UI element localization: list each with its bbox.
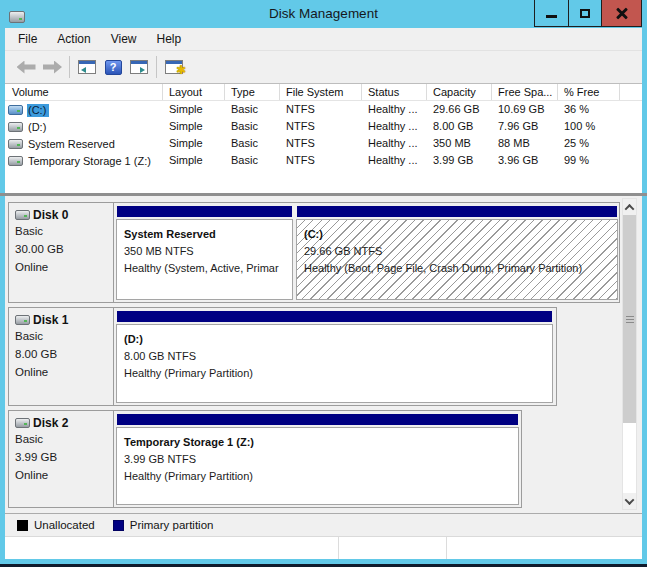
- disk-0-partitions: System Reserved 350 MB NTFS Healthy (Sys…: [114, 203, 620, 302]
- pct-free-cell: 25 %: [558, 135, 620, 152]
- graphical-view-pane: Disk 0 Basic 30.00 GB Online System Rese…: [5, 196, 642, 513]
- volume-row-temporary-storage[interactable]: Temporary Storage 1 (Z:) Simple Basic NT…: [5, 152, 642, 169]
- forward-button[interactable]: [39, 54, 65, 80]
- volume-name-cell: Temporary Storage 1 (Z:): [5, 152, 163, 169]
- legend-label-unallocated: Unallocated: [34, 519, 95, 531]
- disk-icon: [15, 315, 30, 325]
- scrollbar-thumb[interactable]: [623, 215, 636, 423]
- column-header-file-system[interactable]: File System: [280, 84, 362, 100]
- partition-d[interactable]: (D:) 8.00 GB NTFS Healthy (Primary Parti…: [116, 310, 553, 403]
- partition-title: System Reserved: [124, 226, 290, 243]
- menu-view[interactable]: View: [101, 29, 147, 49]
- back-button[interactable]: [13, 54, 39, 80]
- free-space-cell: 10.69 GB: [492, 101, 558, 118]
- disk-status: Online: [15, 258, 113, 276]
- volume-row-system-reserved[interactable]: System Reserved Simple Basic NTFS Health…: [5, 135, 642, 152]
- chevron-up-icon: [625, 203, 635, 213]
- menu-bar: File Action View Help: [5, 28, 642, 50]
- disk-2-partitions: Temporary Storage 1 (Z:) 3.99 GB NTFS He…: [114, 411, 521, 507]
- partition-status: Healthy (System, Active, Primar: [124, 260, 290, 277]
- show-console-tree-button[interactable]: [74, 54, 100, 80]
- help-button[interactable]: ?: [100, 54, 126, 80]
- partition-c-selected[interactable]: (C:) 29.66 GB NTFS Healthy (Boot, Page F…: [296, 205, 618, 300]
- disk-0-label[interactable]: Disk 0 Basic 30.00 GB Online: [9, 203, 114, 302]
- disk-1-partitions: (D:) 8.00 GB NTFS Healthy (Primary Parti…: [114, 308, 556, 405]
- column-header-volume[interactable]: Volume: [5, 84, 163, 100]
- layout-cell: Simple: [163, 101, 225, 118]
- column-header-free-space[interactable]: Free Spa...: [492, 84, 558, 100]
- column-header-type[interactable]: Type: [225, 84, 280, 100]
- partition-color-bar: [297, 206, 617, 217]
- status-cell: Healthy ...: [362, 152, 427, 169]
- partition-title: (C:): [304, 226, 615, 243]
- disk-name: Disk 2: [33, 416, 68, 430]
- primary-partition-color-swatch: [113, 520, 124, 531]
- status-bar-separator: [446, 537, 447, 559]
- disk-2-label[interactable]: Disk 2 Basic 3.99 GB Online: [9, 411, 114, 507]
- status-cell: Healthy ...: [362, 101, 427, 118]
- disk-1-region: Disk 1 Basic 8.00 GB Online (D:) 8.00 GB…: [8, 307, 557, 406]
- close-icon: [615, 6, 629, 20]
- column-header-capacity[interactable]: Capacity: [427, 84, 492, 100]
- partition-color-bar: [117, 311, 552, 322]
- disk-1-label[interactable]: Disk 1 Basic 8.00 GB Online: [9, 308, 114, 405]
- pct-free-cell: 36 %: [558, 101, 620, 118]
- partition-body: (D:) 8.00 GB NTFS Healthy (Primary Parti…: [116, 324, 553, 403]
- vertical-scrollbar: [622, 198, 637, 510]
- volume-icon: [8, 105, 23, 115]
- partition-status: Healthy (Boot, Page File, Crash Dump, Pr…: [304, 260, 615, 277]
- scrollbar-track[interactable]: [623, 423, 636, 493]
- volume-icon: [8, 122, 23, 132]
- disk-status: Online: [15, 363, 113, 381]
- column-header-pct-free[interactable]: % Free: [558, 84, 620, 100]
- file-system-cell: NTFS: [280, 101, 362, 118]
- scroll-up-button[interactable]: [623, 199, 636, 215]
- file-system-cell: NTFS: [280, 152, 362, 169]
- volume-icon: [8, 156, 23, 166]
- show-action-pane-button[interactable]: [126, 54, 152, 80]
- forward-arrow-icon: [43, 61, 62, 74]
- volume-row-c[interactable]: (C:) Simple Basic NTFS Healthy ... 29.66…: [5, 101, 642, 118]
- layout-cell: Simple: [163, 118, 225, 135]
- help-icon: ?: [105, 60, 122, 75]
- disk-icon: [15, 418, 30, 428]
- titlebar[interactable]: Disk Management: [0, 0, 647, 28]
- action-pane-icon: [130, 60, 148, 74]
- volume-icon: [8, 139, 23, 149]
- console-tree-icon: [78, 60, 96, 74]
- disk-name: Disk 1: [33, 313, 68, 327]
- legend-bar: Unallocated Primary partition: [5, 513, 642, 536]
- disk-type: Basic: [15, 430, 113, 448]
- column-header-layout[interactable]: Layout: [163, 84, 225, 100]
- properties-icon: [165, 60, 183, 74]
- menu-help[interactable]: Help: [147, 29, 192, 49]
- disk-2-region: Disk 2 Basic 3.99 GB Online Temporary St…: [8, 410, 522, 508]
- status-bar-separator: [338, 537, 339, 559]
- maximize-button[interactable]: [568, 0, 601, 26]
- menu-file[interactable]: File: [8, 29, 47, 49]
- properties-button[interactable]: [161, 54, 187, 80]
- capacity-cell: 350 MB: [427, 135, 492, 152]
- close-button[interactable]: [601, 0, 641, 26]
- partition-color-bar: [117, 206, 292, 217]
- column-header-status[interactable]: Status: [362, 84, 427, 100]
- volume-list-header: Volume Layout Type File System Status Ca…: [5, 84, 642, 101]
- partition-size: 29.66 GB NTFS: [304, 243, 615, 260]
- partition-body: System Reserved 350 MB NTFS Healthy (Sys…: [116, 219, 293, 300]
- status-bar: [5, 536, 642, 559]
- minimize-button[interactable]: [535, 0, 568, 26]
- volume-row-d[interactable]: (D:) Simple Basic NTFS Healthy ... 8.00 …: [5, 118, 642, 135]
- minimize-icon: [546, 15, 557, 18]
- file-system-cell: NTFS: [280, 118, 362, 135]
- partition-system-reserved[interactable]: System Reserved 350 MB NTFS Healthy (Sys…: [116, 205, 293, 300]
- partition-z[interactable]: Temporary Storage 1 (Z:) 3.99 GB NTFS He…: [116, 413, 519, 505]
- disk-size: 3.99 GB: [15, 448, 113, 466]
- column-header-filler: [620, 84, 642, 100]
- scroll-down-button[interactable]: [623, 493, 636, 509]
- partition-size: 8.00 GB NTFS: [124, 348, 550, 365]
- chevron-down-icon: [625, 495, 635, 505]
- file-system-cell: NTFS: [280, 135, 362, 152]
- maximize-icon: [580, 9, 590, 18]
- partition-size: 3.99 GB NTFS: [124, 451, 516, 468]
- menu-action[interactable]: Action: [47, 29, 100, 49]
